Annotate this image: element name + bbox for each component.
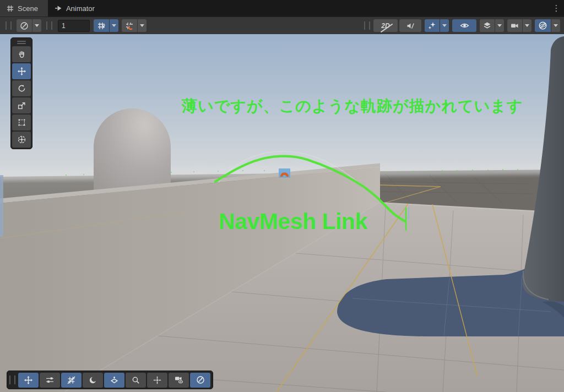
scene-visibility-button[interactable]: [452, 19, 476, 32]
chevron-down-icon: [112, 24, 116, 27]
agent-marker[interactable]: [279, 168, 290, 178]
rect-tool-icon: [18, 118, 26, 127]
gizmos-dropdown[interactable]: [551, 19, 560, 32]
camera-icon: [511, 22, 519, 29]
chevron-down-icon: [554, 24, 558, 27]
effects-button[interactable]: [425, 19, 440, 32]
hand-tool-button[interactable]: [12, 46, 31, 62]
window-tab-bar: Scene Animator ⋮: [0, 0, 564, 17]
move-tool-button[interactable]: [18, 373, 39, 388]
grid-snap-dropdown[interactable]: [138, 19, 147, 32]
scale-tool-icon: [18, 101, 26, 110]
layers-icon: [483, 21, 491, 30]
eye-icon: [460, 22, 469, 29]
chevron-down-icon: [497, 24, 502, 27]
scene-toolbar: Y 2D: [0, 17, 564, 34]
overlay-drag-handle[interactable]: [9, 375, 15, 384]
overlay-drag-handle[interactable]: [12, 39, 31, 45]
rotate-tool-button[interactable]: [12, 80, 31, 96]
chevron-down-icon: [442, 24, 447, 27]
tab-label: Animator: [66, 4, 95, 13]
compass-button[interactable]: [190, 373, 210, 388]
scene-viewport[interactable]: 薄いですが、このような軌跡が描かれています NavMesh Link: [0, 34, 564, 392]
left-sky-sliver: [0, 175, 3, 237]
layers-group: [480, 19, 504, 32]
moon-button[interactable]: [83, 373, 103, 388]
draw-mode-group: [17, 19, 41, 32]
navmesh-link-label: NavMesh Link: [219, 209, 367, 235]
search-icon: [132, 376, 140, 384]
grid-slash-icon: [67, 376, 75, 384]
tab-scene[interactable]: Scene: [0, 0, 48, 17]
light-probe-icon: [110, 376, 118, 384]
move-tool-icon: [18, 67, 26, 75]
mode-2d-icon: 2D: [380, 22, 391, 30]
grid-visibility-button[interactable]: [61, 373, 82, 388]
gizmos-group: [535, 19, 560, 32]
draw-mode-dropdown[interactable]: [32, 19, 41, 32]
moon-icon: [89, 376, 97, 384]
transform-tool-icon: [18, 135, 26, 144]
transform-tool-button[interactable]: [12, 132, 31, 148]
grid-icon: [7, 5, 14, 12]
gizmo-sphere-icon: [538, 21, 547, 30]
view-options-overlay: [7, 371, 213, 389]
compass-icon: [20, 21, 29, 30]
effects-group: [425, 19, 449, 32]
move-tool-icon: [24, 376, 32, 384]
tab-label: Scene: [18, 4, 38, 13]
kebab-menu-icon[interactable]: ⋮: [552, 2, 561, 15]
camera-dropdown[interactable]: [523, 19, 532, 32]
grid-axis-button[interactable]: Y: [94, 19, 109, 32]
grid-axis-group: Y: [94, 19, 118, 32]
gizmos-button[interactable]: [535, 19, 551, 32]
move-tool-button[interactable]: [12, 63, 31, 79]
chevron-down-icon: [525, 24, 529, 27]
sliders-button[interactable]: [40, 373, 60, 388]
chevron-down-icon: [140, 24, 144, 27]
effects-dropdown[interactable]: [440, 19, 449, 32]
frame-field[interactable]: [58, 20, 90, 32]
layers-dropdown[interactable]: [495, 19, 504, 32]
grid-axis-icon: Y: [97, 21, 106, 30]
rect-tool-button[interactable]: [12, 115, 31, 130]
grid-snap-button[interactable]: [122, 19, 137, 32]
draw-mode-button[interactable]: [17, 19, 32, 32]
compass-icon: [196, 375, 205, 384]
scene-annotation-note: 薄いですが、このような軌跡が描かれています: [182, 96, 523, 117]
search-button[interactable]: [126, 373, 146, 388]
chevron-down-icon: [35, 24, 39, 27]
tools-overlay: [10, 37, 32, 149]
camera-eye-icon: [175, 376, 183, 384]
grid-snap-icon: [125, 21, 134, 30]
axis-y-label: Y: [102, 24, 105, 29]
grid-snap-group: [122, 19, 147, 32]
scale-tool-button[interactable]: [12, 97, 31, 113]
rotate-tool-icon: [18, 84, 26, 92]
grid-axis-dropdown[interactable]: [110, 19, 118, 32]
toolbar-drag-handle[interactable]: [364, 21, 370, 30]
light-probe-button[interactable]: [104, 373, 124, 388]
animator-icon: [55, 5, 62, 12]
audio-toggle-button[interactable]: [399, 19, 421, 32]
scene-camera-button[interactable]: [507, 19, 522, 32]
scene-camera-button[interactable]: [169, 373, 189, 388]
camera-group: [507, 19, 532, 32]
toolbar-drag-handle[interactable]: [6, 21, 12, 30]
toolbar-drag-handle[interactable]: [46, 21, 52, 30]
pivot-button[interactable]: [147, 373, 167, 388]
mode-2d-button[interactable]: 2D: [373, 19, 398, 32]
sliders-icon: [46, 376, 54, 384]
layers-button[interactable]: [480, 19, 495, 32]
audio-muted-icon: [406, 22, 415, 30]
hand-tool-icon: [18, 50, 26, 58]
tab-animator[interactable]: Animator: [48, 0, 105, 17]
pivot-icon: [153, 376, 161, 384]
effects-star-icon: [428, 21, 436, 30]
